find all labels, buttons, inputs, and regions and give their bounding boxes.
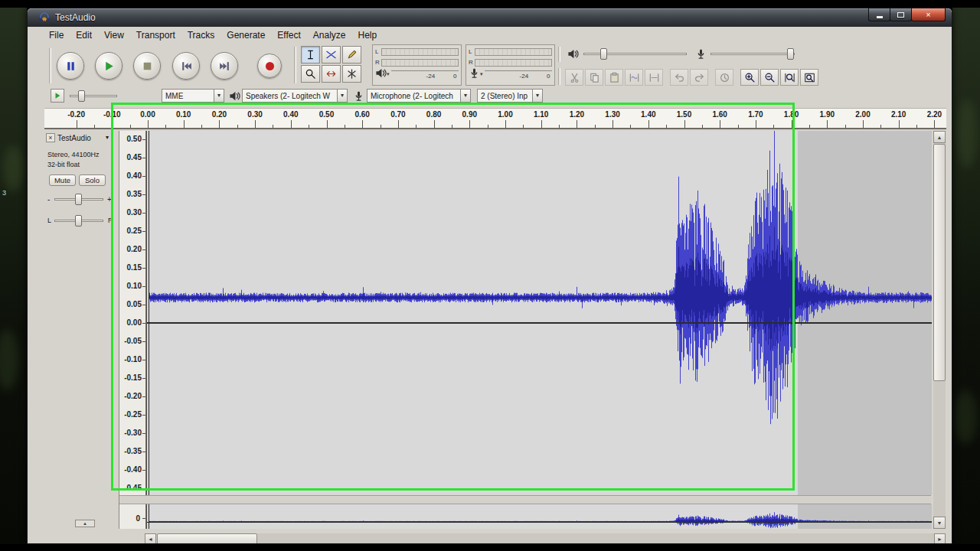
horizontal-scrollbar[interactable]: ◄ ► xyxy=(145,533,946,544)
input-volume-slider[interactable] xyxy=(710,48,795,60)
menu-edit[interactable]: Edit xyxy=(70,28,98,42)
title-bar[interactable]: TestAudio × xyxy=(28,8,952,27)
menu-file[interactable]: File xyxy=(43,28,70,42)
minimize-button[interactable] xyxy=(868,8,890,21)
zoom-out-button[interactable] xyxy=(760,69,779,86)
menu-view[interactable]: View xyxy=(98,28,130,42)
play-button[interactable] xyxy=(95,52,122,80)
skip-to-start-button[interactable] xyxy=(172,52,200,80)
scroll-up-button[interactable]: ▲ xyxy=(933,131,946,143)
multi-tool-button[interactable] xyxy=(342,65,361,83)
vertical-ruler[interactable]: 0.500.450.400.350.300.250.200.150.100.05… xyxy=(119,131,146,495)
timeline-minor-tick xyxy=(559,125,560,129)
draw-tool-button[interactable] xyxy=(342,46,361,64)
menu-transport[interactable]: Transport xyxy=(130,28,181,42)
timeline-label: 0.00 xyxy=(132,110,163,119)
cut-button[interactable] xyxy=(565,69,583,86)
vertical-scrollbar[interactable]: ▲ ▼ xyxy=(933,131,946,529)
waveform-channel-right-collapsed[interactable] xyxy=(146,504,932,529)
close-button[interactable]: × xyxy=(911,8,946,21)
timeline-ruler[interactable]: -0.20-0.100.000.100.200.300.400.500.600.… xyxy=(44,108,946,129)
selection-tool-button[interactable] xyxy=(301,46,320,64)
track-menu-icon[interactable]: ▾ xyxy=(106,134,109,141)
toolbar-grip[interactable] xyxy=(294,47,296,83)
play-icon xyxy=(54,92,61,99)
maximize-button[interactable] xyxy=(890,8,912,21)
stop-button[interactable] xyxy=(133,52,161,80)
menu-tracks[interactable]: Tracks xyxy=(181,28,221,42)
slider-thumb[interactable] xyxy=(600,48,607,60)
sync-lock-button[interactable] xyxy=(715,69,733,86)
arrow-right-icon: ► xyxy=(937,536,942,542)
track-collapse-button[interactable]: ▲ xyxy=(75,520,95,527)
output-device-select[interactable]: Speakers (2- Logitech W▾ xyxy=(242,89,348,103)
host-select[interactable]: MME▾ xyxy=(162,89,224,103)
slider-thumb[interactable] xyxy=(75,215,82,227)
undo-button[interactable] xyxy=(670,69,688,86)
playback-meter[interactable]: L R ▾ -24 0 xyxy=(372,44,462,86)
pause-button[interactable] xyxy=(57,52,84,80)
timeline-tick xyxy=(291,120,292,129)
menu-analyze[interactable]: Analyze xyxy=(307,28,352,42)
waveform-channel-left[interactable] xyxy=(146,131,932,495)
silence-button[interactable] xyxy=(645,69,663,86)
vruler-tick xyxy=(142,470,145,471)
timeline-tick xyxy=(469,120,470,129)
vruler-label: -0.40 xyxy=(124,465,142,474)
timeline-label: 1.80 xyxy=(776,110,807,119)
microphone-icon xyxy=(353,90,364,105)
vruler-tick xyxy=(142,139,145,140)
scroll-left-button[interactable]: ◄ xyxy=(145,533,156,544)
timeline-minor-tick xyxy=(165,125,166,129)
menu-help[interactable]: Help xyxy=(352,28,384,42)
track-close-button[interactable]: × xyxy=(46,133,55,142)
timeline-label: 2.10 xyxy=(884,110,914,119)
gain-slider[interactable] xyxy=(54,194,103,205)
pan-slider[interactable] xyxy=(54,215,103,227)
toolbar-grip[interactable] xyxy=(49,48,51,83)
vruler-tick xyxy=(142,415,145,416)
toolbar-grip[interactable] xyxy=(558,68,560,85)
slider-thumb[interactable] xyxy=(78,90,85,102)
zoom-tool-button[interactable] xyxy=(301,65,320,83)
redo-button[interactable] xyxy=(690,69,708,86)
envelope-tool-button[interactable] xyxy=(322,46,341,64)
recording-meter[interactable]: L R ▾ -24 0 xyxy=(466,44,555,86)
toolbar-grip[interactable] xyxy=(558,47,560,62)
input-device-select[interactable]: Microphone (2- Logitech▾ xyxy=(367,89,471,103)
channel-divider[interactable] xyxy=(119,495,931,504)
slider-thumb[interactable] xyxy=(787,48,794,60)
scroll-right-button[interactable]: ► xyxy=(934,533,946,544)
playback-speed-slider[interactable] xyxy=(70,90,117,102)
vruler-tick xyxy=(142,176,145,177)
trim-button[interactable] xyxy=(625,69,643,86)
vruler-label: 0.15 xyxy=(127,263,142,272)
skip-to-end-button[interactable] xyxy=(211,52,238,80)
copy-button[interactable] xyxy=(585,69,603,86)
fit-selection-button[interactable] xyxy=(780,69,799,86)
time-shift-tool-button[interactable] xyxy=(322,65,341,83)
vertical-ruler-collapsed[interactable]: 0 xyxy=(119,504,146,529)
output-volume-slider[interactable] xyxy=(583,48,687,60)
chevron-down-icon[interactable]: ▾ xyxy=(387,71,390,77)
paste-button[interactable] xyxy=(605,69,623,86)
scroll-down-button[interactable]: ▼ xyxy=(933,517,946,529)
record-button[interactable] xyxy=(257,54,282,78)
menu-effect[interactable]: Effect xyxy=(271,28,306,42)
horizontal-scroll-thumb[interactable] xyxy=(157,533,257,544)
menu-generate[interactable]: Generate xyxy=(220,28,271,42)
solo-button[interactable]: Solo xyxy=(79,174,106,186)
timeline-tick xyxy=(362,120,363,129)
track-title[interactable]: TestAudio xyxy=(57,134,91,142)
tools-toolbar xyxy=(299,45,365,85)
timeline-minor-tick xyxy=(595,125,596,129)
mute-button[interactable]: Mute xyxy=(49,174,76,186)
play-at-speed-button[interactable] xyxy=(51,89,64,103)
vertical-scroll-thumb[interactable] xyxy=(933,144,946,381)
timeline-minor-tick xyxy=(630,125,631,129)
chevron-down-icon[interactable]: ▾ xyxy=(480,71,483,77)
slider-thumb[interactable] xyxy=(75,194,82,205)
input-channels-select[interactable]: 2 (Stereo) Inp▾ xyxy=(477,89,543,103)
zoom-in-button[interactable] xyxy=(740,69,759,86)
fit-project-button[interactable] xyxy=(800,69,818,86)
